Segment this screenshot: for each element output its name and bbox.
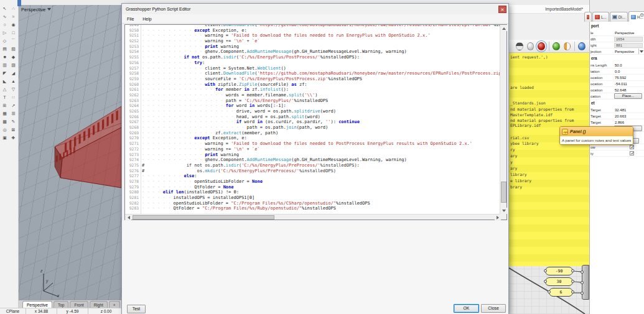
scroll-left-icon[interactable] bbox=[125, 215, 131, 220]
viewport-tab-perspective[interactable]: Perspective bbox=[22, 301, 52, 308]
property-row: ocation-54.011 bbox=[590, 81, 644, 87]
value-panel-capsule[interactable]: -90 bbox=[545, 267, 573, 275]
loft-icon[interactable]: ▨ bbox=[9, 61, 18, 69]
viewport-tab-right[interactable]: Right bbox=[90, 301, 108, 308]
property-value[interactable]: 2.866 bbox=[614, 121, 624, 124]
scroll-down-icon[interactable] bbox=[500, 208, 507, 214]
viewport-title[interactable]: Perspective bbox=[21, 6, 51, 12]
scroll-up-icon[interactable] bbox=[500, 25, 507, 31]
trim-icon[interactable]: ◣ bbox=[1, 77, 9, 85]
new-viewport-tab[interactable]: + bbox=[109, 301, 120, 308]
xray-display-icon[interactable] bbox=[578, 42, 586, 50]
property-value[interactable]: Perspective bbox=[614, 31, 634, 35]
property-value[interactable]: 75.592 bbox=[614, 76, 626, 80]
viewport-menu-chevron-icon[interactable] bbox=[47, 8, 51, 12]
checkbox[interactable] bbox=[630, 145, 634, 149]
status-cell-0[interactable]: CPlane bbox=[0, 308, 26, 314]
split-icon[interactable]: ▲ bbox=[9, 77, 18, 85]
rectangle-icon[interactable]: □ bbox=[9, 29, 18, 37]
dialog-title-bar[interactable]: Grasshopper Python Script Editor ✕ bbox=[122, 4, 508, 14]
sweep-surface-icon[interactable]: ▧ bbox=[9, 45, 18, 53]
property-value[interactable]: 20.663 bbox=[614, 114, 626, 118]
dropdown-button[interactable] bbox=[638, 48, 644, 54]
solid-sphere-icon[interactable]: ◆ bbox=[9, 53, 18, 61]
horizontal-scroll-thumb[interactable] bbox=[133, 215, 274, 219]
menu-file[interactable]: File bbox=[127, 17, 134, 21]
panel-tab-di[interactable]: Di... bbox=[610, 12, 628, 22]
checkbox[interactable] bbox=[630, 151, 634, 155]
mesh-icon[interactable]: ▦ bbox=[1, 109, 9, 118]
rendered-display-icon[interactable] bbox=[553, 42, 560, 50]
gear-icon[interactable]: ⚙ bbox=[640, 12, 644, 19]
panel-tab-partial[interactable] bbox=[584, 12, 592, 22]
ellipse-icon[interactable]: ◇ bbox=[1, 37, 9, 45]
select-arrow-icon[interactable]: ↖ bbox=[1, 4, 9, 12]
panel-tab-l[interactable]: L... bbox=[592, 12, 609, 22]
property-value[interactable]: -54.011 bbox=[614, 82, 627, 86]
capsule-input-node[interactable] bbox=[548, 290, 551, 293]
fillet-icon[interactable]: △ bbox=[1, 85, 9, 93]
polygon-icon[interactable]: ▷ bbox=[1, 29, 9, 37]
viewport-tab-top[interactable]: Top bbox=[54, 301, 68, 308]
chamfer-icon[interactable]: ▽ bbox=[9, 85, 18, 93]
array-icon[interactable]: ∷ bbox=[9, 93, 18, 101]
capsule-input-node[interactable] bbox=[544, 269, 547, 272]
viewport-tab-front[interactable]: Front bbox=[70, 301, 88, 308]
hidden-display-icon[interactable] bbox=[527, 42, 534, 50]
crop-icon[interactable]: ⊠ bbox=[9, 126, 18, 134]
layers-stack-icon[interactable]: ☰ bbox=[9, 109, 18, 118]
shaded-display-icon[interactable] bbox=[538, 42, 545, 50]
boolean-difference-icon[interactable]: ◢ bbox=[9, 69, 18, 77]
viewport-title-label[interactable]: Perspective bbox=[21, 7, 45, 12]
move-icon[interactable]: ↗ bbox=[9, 101, 18, 109]
menu-help[interactable]: Help bbox=[142, 17, 151, 21]
boolean-union-icon[interactable]: ◤ bbox=[1, 69, 9, 77]
solid-box-icon[interactable]: ■ bbox=[1, 53, 9, 61]
surface-icon[interactable]: ▤ bbox=[1, 45, 9, 53]
place-button[interactable]: Place... bbox=[614, 93, 642, 99]
grasshopper-output-panel[interactable]: ient request.',)are loaded_Standards.jso… bbox=[509, 53, 589, 266]
component-input-node[interactable] bbox=[581, 270, 584, 274]
annotate-icon[interactable]: ✎ bbox=[9, 118, 18, 126]
render-sphere-icon[interactable]: ◎ bbox=[1, 126, 9, 134]
add-tool-icon[interactable]: ✚ bbox=[9, 134, 18, 142]
property-value[interactable]: 32.481 bbox=[614, 108, 626, 112]
line-number: 9262 bbox=[125, 93, 141, 98]
panel-box-icon[interactable]: ▣ bbox=[1, 134, 9, 142]
value-panel-capsule[interactable]: 6 bbox=[549, 288, 573, 297]
code-line: · · · · · · · · · · · · warning += '\n' … bbox=[142, 39, 501, 44]
property-value[interactable]: 52.648 bbox=[614, 88, 626, 92]
component-input-node[interactable] bbox=[581, 292, 584, 295]
ghosted-display-icon[interactable] bbox=[564, 42, 571, 50]
close-icon[interactable]: ✕ bbox=[498, 6, 506, 13]
component-input-node[interactable] bbox=[581, 281, 584, 284]
code-line: · · · · · · · · · · · · · · for member i… bbox=[142, 87, 501, 93]
arc-icon[interactable]: ⌒ bbox=[9, 37, 18, 45]
close-button[interactable]: Close bbox=[481, 304, 506, 313]
ok-button[interactable]: OK bbox=[454, 304, 479, 313]
capsule-input-node[interactable] bbox=[544, 280, 547, 283]
freeform-curve-icon[interactable]: ≈ bbox=[9, 12, 18, 21]
property-value[interactable]: 0.0 bbox=[614, 70, 620, 73]
wireframe-display-icon[interactable] bbox=[516, 42, 523, 50]
curve-icon[interactable]: ∿ bbox=[1, 12, 9, 21]
control-points-icon[interactable]: ∴ bbox=[9, 4, 18, 12]
grasshopper-canvas[interactable]: -90306 bbox=[509, 266, 589, 314]
grasshopper-component[interactable] bbox=[582, 265, 589, 300]
property-value[interactable]: Perspective bbox=[614, 50, 634, 53]
panel-text-line: nd material properties from bbox=[510, 107, 574, 111]
horizontal-scrollbar[interactable] bbox=[125, 214, 501, 219]
value-panel-capsule[interactable]: 30 bbox=[545, 277, 573, 286]
test-button[interactable]: Test bbox=[127, 305, 146, 313]
scrollbar-corner bbox=[500, 214, 506, 219]
code-text-area[interactable]: · · · · · · · · · · · · client.DownloadF… bbox=[142, 25, 501, 214]
vertical-scroll-thumb[interactable] bbox=[501, 182, 506, 203]
circle-center-icon[interactable]: ◉ bbox=[9, 21, 18, 29]
extrude-icon[interactable]: ▥ bbox=[1, 61, 9, 69]
circle-icon[interactable]: ○ bbox=[1, 21, 9, 29]
hatch-icon[interactable]: ▩ bbox=[1, 118, 9, 126]
property-value[interactable]: 50.0 bbox=[614, 63, 622, 67]
text-tool-icon[interactable]: T bbox=[1, 93, 9, 101]
vertical-scrollbar[interactable] bbox=[500, 25, 506, 214]
block-icon[interactable]: ⊞ bbox=[1, 101, 9, 109]
